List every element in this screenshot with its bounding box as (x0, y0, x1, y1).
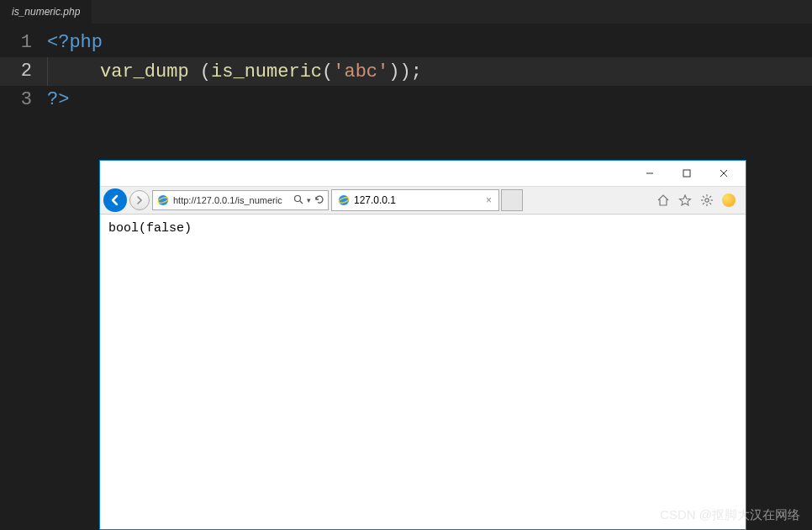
editor-tab[interactable]: is_numeric.php (0, 0, 92, 24)
ie-icon (337, 193, 351, 207)
token-string-arg: 'abc' (333, 61, 388, 82)
maximize-button[interactable] (668, 162, 705, 185)
browser-tab-title: 127.0.0.1 (354, 194, 482, 206)
line-number: 2 (0, 57, 47, 86)
home-icon[interactable] (656, 193, 670, 207)
watermark: CSDN @抠脚大汉在网络 (660, 507, 800, 523)
refresh-icon[interactable] (314, 194, 324, 207)
star-icon[interactable] (678, 193, 692, 207)
svg-line-16 (709, 203, 711, 204)
browser-tab[interactable]: 127.0.0.1 × (331, 189, 499, 211)
php-close-tag: ?> (47, 89, 69, 110)
minimize-button[interactable] (631, 162, 668, 185)
svg-line-7 (300, 201, 303, 204)
token-var-dump: var_dump (100, 61, 189, 82)
browser-nav-bar: http://127.0.0.1/is_numeric ▾ 127.0.0.1 … (100, 186, 746, 215)
editor-tab-bar: is_numeric.php (0, 0, 812, 24)
dropdown-icon[interactable]: ▾ (307, 196, 311, 204)
close-button[interactable] (705, 162, 742, 185)
svg-line-17 (703, 203, 704, 204)
php-output: bool(false) (108, 221, 192, 236)
smiley-icon[interactable] (722, 193, 736, 207)
svg-line-18 (709, 196, 711, 198)
code-line-3: 3 ?> (0, 86, 812, 114)
code-editor[interactable]: 1 <?php 2 var_dump (is_numeric('abc')); … (0, 24, 812, 119)
svg-line-15 (703, 196, 704, 198)
search-icon[interactable] (293, 194, 303, 207)
line-number: 1 (0, 29, 47, 57)
svg-point-6 (295, 195, 301, 201)
svg-rect-1 (683, 170, 690, 177)
tab-close-icon[interactable]: × (482, 194, 495, 206)
token-is-numeric: is_numeric (211, 61, 322, 82)
window-titlebar[interactable] (100, 161, 746, 186)
ie-icon (156, 193, 170, 207)
address-bar[interactable]: http://127.0.0.1/is_numeric ▾ (152, 190, 329, 210)
browser-window: http://127.0.0.1/is_numeric ▾ 127.0.0.1 … (99, 160, 746, 530)
code-line-1: 1 <?php (0, 29, 812, 57)
php-open-tag: <?php (47, 32, 103, 53)
page-content: bool(false) (100, 215, 746, 529)
gear-icon[interactable] (700, 193, 714, 207)
back-button[interactable] (103, 188, 127, 212)
forward-button[interactable] (129, 190, 150, 210)
code-line-2: 2 var_dump (is_numeric('abc')); (0, 57, 812, 86)
svg-point-10 (705, 199, 709, 202)
new-tab-button[interactable] (501, 189, 523, 211)
url-text: http://127.0.0.1/is_numeric (173, 195, 292, 205)
line-number: 3 (0, 86, 47, 114)
